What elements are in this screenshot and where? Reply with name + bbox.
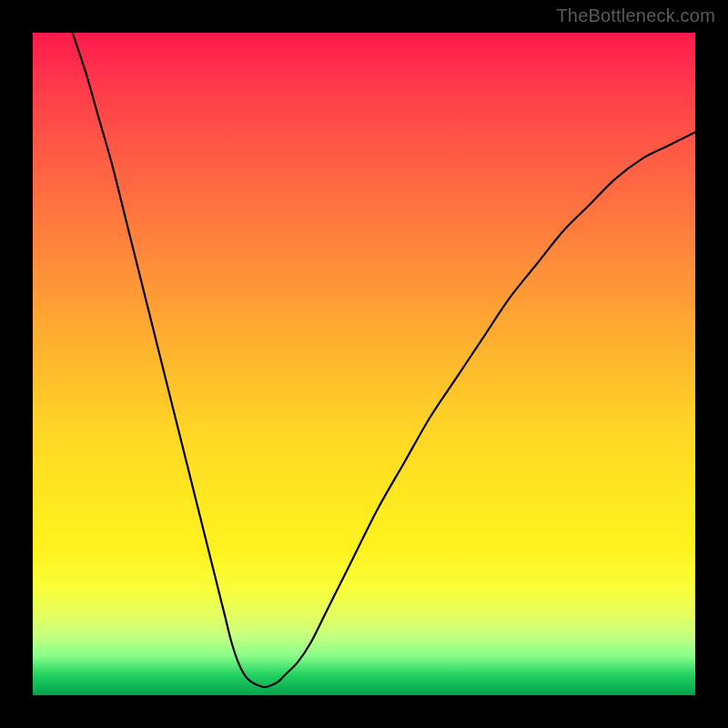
bead [329, 568, 335, 583]
chart-stage: TheBottleneck.com [0, 0, 728, 728]
bead [280, 666, 292, 678]
bead [339, 541, 344, 557]
v-curve [73, 33, 695, 687]
bead [239, 668, 248, 682]
bead [320, 595, 326, 611]
curve-beads [193, 489, 343, 688]
plot-svg [33, 33, 695, 695]
watermark-text: TheBottleneck.com [556, 5, 715, 26]
plot-area [33, 33, 695, 695]
